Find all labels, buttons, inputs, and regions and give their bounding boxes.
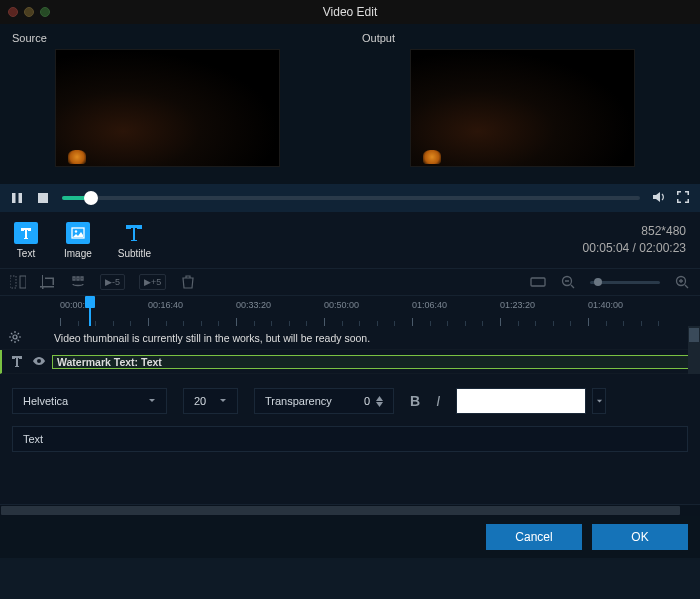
stop-button[interactable]	[36, 192, 50, 204]
ruler-tick: 01:06:40	[412, 300, 447, 310]
chevron-down-icon	[219, 397, 227, 405]
ruler-tick: 01:23:20	[500, 300, 535, 310]
window-title: Video Edit	[0, 5, 700, 19]
zoom-out-button[interactable]	[560, 275, 576, 289]
chevron-up-icon	[376, 396, 383, 401]
mode-text-label: Text	[17, 248, 35, 259]
mode-text[interactable]: Text	[14, 222, 38, 259]
subtitle-icon	[122, 222, 146, 244]
preview-area: Source Output	[0, 24, 700, 184]
eye-icon[interactable]	[32, 354, 46, 370]
ruler-tick: 00:50:00	[324, 300, 359, 310]
volume-button[interactable]	[652, 190, 666, 206]
vertical-scrollbar[interactable]	[688, 326, 700, 374]
pause-button[interactable]	[10, 192, 24, 204]
titlebar: Video Edit	[0, 0, 700, 24]
mode-subtitle[interactable]: Subtitle	[118, 222, 151, 259]
mode-image-label: Image	[64, 248, 92, 259]
watermark-text-value: Text	[23, 433, 43, 445]
horizontal-scrollbar-thumb[interactable]	[1, 506, 680, 515]
horizontal-scrollbar[interactable]	[0, 504, 700, 516]
time-info: 852*480 00:05:04 / 02:00:23	[583, 223, 686, 257]
italic-button[interactable]: I	[436, 393, 440, 409]
cancel-label: Cancel	[515, 530, 552, 544]
ruler-tick: 00:33:20	[236, 300, 271, 310]
transparency-stepper[interactable]	[376, 396, 383, 407]
cancel-button[interactable]: Cancel	[486, 524, 582, 550]
trim-back-5[interactable]: ▶-5	[100, 274, 125, 290]
transparency-label: Transparency	[265, 395, 332, 407]
gear-icon	[8, 330, 22, 346]
chevron-down-icon	[376, 402, 383, 407]
zoom-in-button[interactable]	[674, 275, 690, 289]
ruler-tick: 00:16:40	[148, 300, 183, 310]
font-value: Helvetica	[23, 395, 68, 407]
playhead[interactable]	[85, 296, 95, 326]
time-text: 00:05:04 / 02:00:23	[583, 240, 686, 257]
zoom-slider[interactable]	[590, 281, 660, 284]
color-dropdown[interactable]	[592, 388, 606, 414]
output-preview: Output	[350, 24, 700, 184]
output-video-frame	[410, 49, 635, 167]
footer: Cancel OK	[0, 516, 700, 558]
source-label: Source	[12, 32, 47, 44]
color-swatch[interactable]	[456, 388, 586, 414]
track-video[interactable]: Video thumbnail is currently still in th…	[0, 326, 700, 350]
crop-button[interactable]	[40, 275, 56, 289]
timeline-ruler[interactable]: 00:00:00 00:16:40 00:33:20 00:50:00 01:0…	[0, 296, 700, 326]
playback-bar	[0, 184, 700, 212]
playback-slider-knob[interactable]	[84, 191, 98, 205]
timeline-toolbar: ▶-5 ▶+5	[0, 268, 700, 296]
svg-point-10	[13, 335, 17, 339]
output-label: Output	[362, 32, 395, 44]
ok-label: OK	[631, 530, 648, 544]
ok-button[interactable]: OK	[592, 524, 688, 550]
svg-rect-6	[20, 276, 26, 288]
mode-subtitle-label: Subtitle	[118, 248, 151, 259]
source-preview: Source	[0, 24, 350, 184]
properties-panel: Helvetica 20 Transparency 0 B I Text	[0, 374, 700, 504]
ruler-tick: 01:40:00	[588, 300, 623, 310]
transparency-field[interactable]: Transparency 0	[254, 388, 394, 414]
delete-button[interactable]	[180, 275, 196, 289]
font-selector[interactable]: Helvetica	[12, 388, 167, 414]
source-video-frame	[55, 49, 280, 167]
split-button[interactable]	[10, 275, 26, 289]
mode-bar: Text Image Subtitle 852*480 00:05:04 / 0…	[0, 212, 700, 268]
font-size-value: 20	[194, 395, 206, 407]
text-icon	[14, 222, 38, 244]
chevron-down-icon	[148, 397, 156, 405]
image-icon	[66, 222, 90, 244]
svg-rect-1	[19, 193, 23, 203]
track-watermark-label: Watermark Text: Text	[52, 355, 700, 369]
mode-image[interactable]: Image	[64, 222, 92, 259]
fullscreen-button[interactable]	[676, 190, 690, 206]
playback-slider[interactable]	[62, 196, 640, 200]
text-track-icon	[10, 354, 24, 370]
transparency-value: 0	[364, 395, 370, 407]
watermark-text-input[interactable]: Text	[12, 426, 688, 452]
track-thumbnail-message: Video thumbnail is currently still in th…	[50, 332, 700, 344]
track-watermark[interactable]: Watermark Text: Text	[0, 350, 700, 374]
svg-rect-7	[531, 278, 545, 286]
resolution-text: 852*480	[583, 223, 686, 240]
bold-button[interactable]: B	[410, 393, 420, 409]
fit-button[interactable]	[530, 275, 546, 289]
trim-fwd-5[interactable]: ▶+5	[139, 274, 166, 290]
svg-rect-0	[12, 193, 16, 203]
svg-rect-2	[38, 193, 48, 203]
effects-button[interactable]	[70, 275, 86, 289]
tracks-area: Video thumbnail is currently still in th…	[0, 326, 700, 374]
svg-rect-5	[10, 276, 16, 288]
svg-point-4	[75, 230, 77, 232]
font-size-selector[interactable]: 20	[183, 388, 238, 414]
